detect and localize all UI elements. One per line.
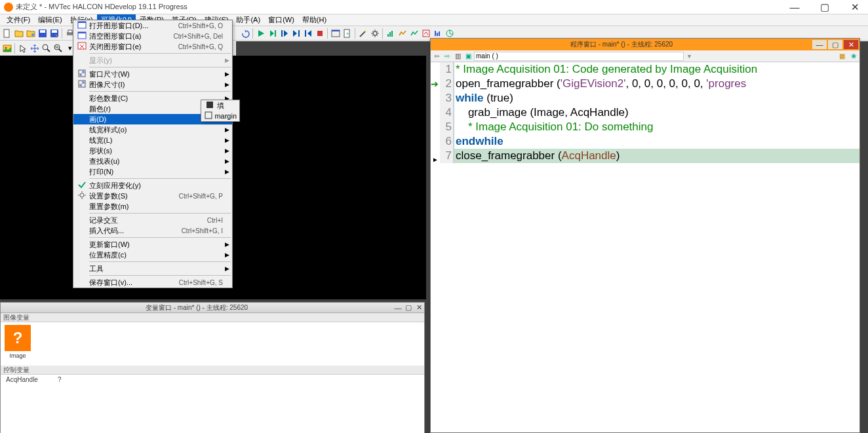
code-close-button[interactable]: ✕ bbox=[844, 40, 858, 49]
dropdown-item[interactable]: 保存窗口(v)...Ctrl+Shift+G, S bbox=[73, 277, 232, 288]
dropdown-item[interactable]: 打印(N)▶ bbox=[73, 166, 232, 177]
dropdown-item[interactable]: 查找表(u)▶ bbox=[73, 156, 232, 166]
svg-rect-18 bbox=[332, 30, 340, 31]
dropdown-item[interactable]: 更新窗口(W)▶ bbox=[73, 239, 232, 250]
stop-icon[interactable] bbox=[314, 28, 325, 39]
code-titlebar[interactable]: 程序窗口 - main* () - 主线程: 25620 — ▢ ✕ bbox=[431, 39, 859, 50]
nav-icon-2[interactable]: ❀ bbox=[849, 52, 858, 60]
dropdown-item[interactable]: 位置精度(c)▶ bbox=[73, 250, 232, 260]
dropdown-item[interactable]: 立刻应用变化(y) bbox=[73, 180, 232, 191]
visualize-dropdown: 打开图形窗口(D)...Ctrl+Shift+G, O清空图形窗口(a)Ctrl… bbox=[73, 20, 233, 288]
nav-forward-icon[interactable]: ⇨ bbox=[443, 52, 452, 60]
image-vars-header: 图像变量 bbox=[1, 313, 424, 322]
save-icon[interactable] bbox=[37, 28, 48, 39]
dropdown-item[interactable]: 插入代码...Ctrl+Shift+G, I bbox=[73, 225, 232, 236]
gear-icon[interactable] bbox=[369, 28, 380, 39]
dropdown-item[interactable]: 工具▶ bbox=[73, 263, 232, 274]
svg-rect-22 bbox=[387, 34, 389, 37]
svg-rect-13 bbox=[281, 30, 283, 37]
code-maximize-button[interactable]: ▢ bbox=[828, 40, 842, 49]
variable-window-title: 变量窗口 - main* () - 主线程: 25620 bbox=[1, 303, 393, 312]
exec-gutter: ➔ ► bbox=[431, 62, 440, 163]
dropdown-item[interactable]: 线宽(L)▶ bbox=[73, 135, 232, 145]
submenu-arrow-icon: ▶ bbox=[225, 265, 229, 272]
dropdown-item[interactable]: 形状(s)▶ bbox=[73, 145, 232, 156]
dropdown-item[interactable]: 重置参数(m) bbox=[73, 201, 232, 212]
wand-icon[interactable] bbox=[357, 28, 368, 39]
code-lines[interactable]: * Image Acquisition 01: Code generated b… bbox=[454, 62, 859, 163]
chart6-icon[interactable] bbox=[444, 28, 455, 39]
svg-rect-46 bbox=[207, 102, 213, 108]
dropdown-item[interactable]: 窗口尺寸(W)▶ bbox=[73, 69, 232, 79]
nav-back-icon[interactable]: ⇦ bbox=[432, 52, 441, 60]
var-maximize-button[interactable]: ▢ bbox=[403, 303, 414, 312]
new-window-icon[interactable] bbox=[330, 28, 341, 39]
submenu-arrow-icon: ▶ bbox=[225, 158, 229, 164]
svg-rect-16 bbox=[317, 31, 323, 36]
undo-icon[interactable] bbox=[239, 28, 250, 39]
submenu-item[interactable]: margin bbox=[201, 111, 239, 121]
chart5-icon[interactable] bbox=[432, 28, 443, 39]
menu-7[interactable]: 助手(A) bbox=[232, 14, 264, 26]
check-icon bbox=[76, 180, 88, 191]
variable-window: 变量窗口 - main* () - 主线程: 25620 — ▢ ✕ 图像变量 … bbox=[0, 302, 425, 433]
submenu-item[interactable]: 填 bbox=[201, 100, 239, 111]
svg-rect-41 bbox=[78, 32, 86, 33]
step-back-icon[interactable] bbox=[302, 28, 313, 39]
var-close-button[interactable]: ✕ bbox=[414, 303, 424, 312]
svg-rect-28 bbox=[439, 31, 440, 36]
dropdown-item[interactable]: 关闭图形窗口(e)Ctrl+Shift+G, Q bbox=[73, 41, 232, 52]
chart1-icon[interactable] bbox=[385, 28, 396, 39]
nav-app-icon[interactable]: ▣ bbox=[464, 52, 473, 60]
minimize-button[interactable]: — bbox=[785, 1, 804, 13]
nav-split-icon[interactable]: ▥ bbox=[453, 52, 462, 60]
nav-icon-1[interactable]: ▦ bbox=[837, 52, 846, 60]
menu-8[interactable]: 窗口(W) bbox=[264, 14, 298, 26]
code-minimize-button[interactable]: — bbox=[812, 40, 827, 49]
window-buttons: — ▢ ✕ bbox=[785, 1, 864, 13]
nav-path-suffix: ▾ bbox=[688, 52, 691, 60]
submenu-arrow-icon: ▶ bbox=[225, 241, 229, 248]
variable-window-titlebar[interactable]: 变量窗口 - main* () - 主线程: 25620 — ▢ ✕ bbox=[1, 303, 424, 313]
step-over-icon[interactable] bbox=[267, 28, 278, 39]
image-var-thumb[interactable]: ? Image bbox=[5, 325, 31, 359]
step-out-icon[interactable] bbox=[290, 28, 302, 39]
open-file-icon[interactable] bbox=[13, 28, 24, 39]
dropdown-item[interactable]: 线宽样式(o)▶ bbox=[73, 124, 232, 135]
new-doc-icon[interactable]: + bbox=[342, 28, 353, 39]
svg-rect-25 bbox=[423, 30, 429, 37]
image-vars-body: ? Image bbox=[1, 322, 424, 366]
dropdown-item[interactable]: 清空图形窗口(a)Ctrl+Shift+G, Del bbox=[73, 31, 232, 41]
menu-0[interactable]: 文件(F) bbox=[3, 14, 34, 26]
zoomfit-icon[interactable]: % bbox=[52, 43, 64, 54]
move-icon[interactable] bbox=[29, 43, 40, 54]
chart4-icon[interactable] bbox=[420, 28, 431, 39]
pointer-icon[interactable] bbox=[17, 43, 28, 54]
dropdown-item[interactable]: 打开图形窗口(D)...Ctrl+Shift+G, O bbox=[73, 20, 232, 31]
dropdown-item[interactable]: 显示(y)▶ bbox=[73, 55, 232, 66]
dropdown-item[interactable]: 图像尺寸(I)▶ bbox=[73, 79, 232, 90]
line-gutter: 1234567 bbox=[440, 62, 454, 163]
window-icon bbox=[76, 20, 88, 31]
save-as-icon[interactable] bbox=[49, 28, 60, 39]
dropdown-item[interactable]: 记录交互Ctrl+I bbox=[73, 215, 232, 225]
step-into-icon[interactable] bbox=[279, 28, 290, 39]
zoom-icon[interactable] bbox=[41, 43, 52, 54]
close-button[interactable]: ✕ bbox=[846, 1, 864, 13]
chart2-icon[interactable] bbox=[397, 28, 408, 39]
run-icon[interactable] bbox=[255, 28, 266, 39]
submenu-arrow-icon: ▶ bbox=[225, 81, 229, 88]
nav-path-input[interactable] bbox=[474, 52, 684, 61]
maximize-button[interactable]: ▢ bbox=[816, 1, 834, 13]
menu-9[interactable]: 帮助(H) bbox=[298, 14, 330, 26]
open2-icon[interactable] bbox=[25, 28, 36, 39]
code-nav-bar: ⇦ ⇨ ▥ ▣ ▾ ▦ ❀ bbox=[431, 50, 859, 62]
image-icon[interactable] bbox=[1, 43, 12, 54]
code-area[interactable]: ➔ ► 1234567 * Image Acquisition 01: Code… bbox=[431, 62, 859, 163]
dropdown-item[interactable]: 设置参数(S)Ctrl+Shift+G, P bbox=[73, 191, 232, 201]
chart3-icon[interactable] bbox=[408, 28, 420, 39]
var-minimize-button[interactable]: — bbox=[393, 304, 403, 312]
control-var-row[interactable]: AcqHandle ? bbox=[1, 375, 424, 385]
new-file-icon[interactable] bbox=[1, 28, 12, 39]
menu-1[interactable]: 编辑(E) bbox=[34, 14, 66, 26]
